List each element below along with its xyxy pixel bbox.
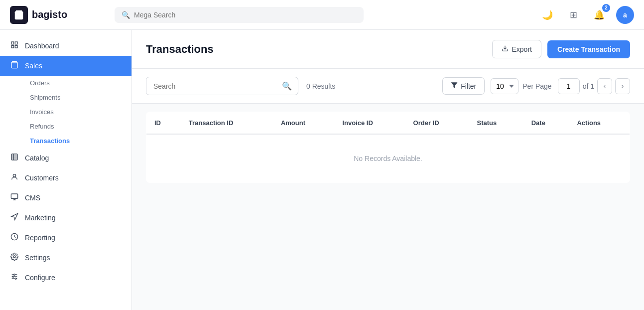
svg-point-18 <box>15 278 16 280</box>
sidebar-item-label: Customers <box>25 174 59 182</box>
sidebar-item-label: Marketing <box>25 214 55 222</box>
nav-actions: 🌙 ⊞ 🔔 2 a <box>538 6 634 24</box>
notification-area: 🔔 2 <box>590 6 608 24</box>
sidebar-item-label: CMS <box>25 194 40 202</box>
marketing-icon <box>10 213 19 223</box>
svg-rect-3 <box>11 45 14 48</box>
logo-icon <box>10 6 28 24</box>
sidebar-item-label: Dashboard <box>25 42 59 50</box>
svg-marker-26 <box>451 83 457 88</box>
configure-icon <box>10 273 19 283</box>
results-count: 0 Results <box>306 82 335 90</box>
table-body: No Records Available. <box>146 134 630 183</box>
prev-page-button[interactable]: ‹ <box>597 78 612 94</box>
search-submit-button[interactable]: 🔍 <box>276 77 298 95</box>
reporting-icon <box>10 233 19 243</box>
svg-point-10 <box>13 174 15 177</box>
user-avatar[interactable]: a <box>616 6 634 24</box>
sidebar-item-customers[interactable]: Customers <box>0 168 131 188</box>
customers-icon <box>10 173 19 183</box>
sidebar-item-configure[interactable]: Configure <box>0 268 131 288</box>
svg-rect-1 <box>11 42 14 44</box>
search-input[interactable] <box>146 78 276 94</box>
svg-rect-4 <box>15 45 17 48</box>
sidebar-item-label: Settings <box>25 254 50 262</box>
sales-submenu: Orders Shipments Invoices Refunds Transa… <box>0 76 131 148</box>
svg-point-15 <box>13 256 15 258</box>
dashboard-icon <box>10 41 19 51</box>
sidebar-sub-item-transactions[interactable]: Transactions <box>24 134 131 148</box>
svg-rect-2 <box>15 42 17 44</box>
mega-search-input[interactable] <box>134 11 357 19</box>
search-wrap[interactable]: 🔍 <box>146 77 298 95</box>
catalog-icon <box>10 153 19 163</box>
sidebar-item-catalog[interactable]: Catalog <box>0 148 131 168</box>
no-records-row: No Records Available. <box>146 134 630 183</box>
filter-icon <box>451 82 458 90</box>
col-status: Status <box>469 112 523 135</box>
pagination-wrap: of 1 ‹ › <box>558 78 630 94</box>
theme-toggle-button[interactable]: 🌙 <box>538 6 556 24</box>
layout: Dashboard Sales Orders Shipments Invoice… <box>0 30 644 310</box>
top-nav: bagisto 🔍 🌙 ⊞ 🔔 2 a <box>0 0 644 30</box>
col-date: Date <box>523 112 569 135</box>
current-page-input[interactable] <box>558 78 580 94</box>
moon-icon: 🌙 <box>542 9 553 20</box>
chevron-right-icon: › <box>622 82 624 90</box>
sidebar-item-cms[interactable]: CMS <box>0 188 131 208</box>
table-header: ID Transaction ID Amount Invoice ID Orde… <box>146 112 630 135</box>
search-icon: 🔍 <box>122 11 130 19</box>
per-page-wrap: 10 25 50 Per Page <box>491 78 551 94</box>
page-title: Transactions <box>146 43 214 56</box>
sidebar-item-label: Reporting <box>25 234 55 242</box>
svg-point-17 <box>14 274 15 276</box>
logo-area: bagisto <box>10 6 110 24</box>
main-content: Transactions Export Create Transaction 🔍 <box>132 30 644 310</box>
sales-icon <box>10 61 19 71</box>
table-header-row: ID Transaction ID Amount Invoice ID Orde… <box>146 112 630 135</box>
page-header: Transactions Export Create Transaction <box>132 30 644 69</box>
sidebar-item-dashboard[interactable]: Dashboard <box>0 36 131 56</box>
filter-label: Filter <box>461 82 476 90</box>
sidebar-item-label: Catalog <box>25 154 49 162</box>
transactions-table: ID Transaction ID Amount Invoice ID Orde… <box>146 112 630 183</box>
sidebar-item-label: Sales <box>25 62 42 70</box>
svg-point-16 <box>12 276 14 278</box>
sidebar-sub-item-orders[interactable]: Orders <box>24 76 131 90</box>
col-amount: Amount <box>273 112 334 135</box>
col-order-id: Order ID <box>405 112 469 135</box>
chevron-left-icon: ‹ <box>604 82 606 90</box>
no-records-message: No Records Available. <box>146 134 630 183</box>
sidebar-item-settings[interactable]: Settings <box>0 248 131 268</box>
next-page-button[interactable]: › <box>615 78 630 94</box>
mega-search-bar[interactable]: 🔍 <box>115 7 364 23</box>
layout-icon: ⊞ <box>570 9 577 20</box>
export-icon <box>502 45 509 53</box>
settings-icon <box>10 253 19 263</box>
app-name: bagisto <box>32 9 67 20</box>
create-transaction-button[interactable]: Create Transaction <box>547 40 630 58</box>
sidebar-item-sales[interactable]: Sales <box>0 56 131 76</box>
sidebar-sub-item-refunds[interactable]: Refunds <box>24 119 131 134</box>
layout-button[interactable]: ⊞ <box>564 6 582 24</box>
per-page-select[interactable]: 10 25 50 <box>491 78 518 94</box>
toolbar: 🔍 0 Results Filter 10 25 50 Per Page <box>132 69 644 104</box>
table-wrap: ID Transaction ID Amount Invoice ID Orde… <box>132 104 644 191</box>
svg-rect-11 <box>11 194 17 198</box>
sidebar-item-marketing[interactable]: Marketing <box>0 208 131 228</box>
filter-button[interactable]: Filter <box>442 77 485 95</box>
total-pages: of 1 <box>583 82 594 90</box>
col-id: ID <box>146 112 181 135</box>
svg-rect-6 <box>11 154 17 160</box>
sidebar-sub-item-shipments[interactable]: Shipments <box>24 90 131 105</box>
export-button[interactable]: Export <box>492 40 541 58</box>
sidebar-item-reporting[interactable]: Reporting <box>0 228 131 248</box>
col-actions: Actions <box>569 112 630 135</box>
notification-badge: 2 <box>602 4 610 12</box>
per-page-label: Per Page <box>522 82 551 90</box>
cms-icon <box>10 193 19 203</box>
sidebar: Dashboard Sales Orders Shipments Invoice… <box>0 30 132 310</box>
sidebar-sub-item-invoices[interactable]: Invoices <box>24 105 131 119</box>
search-icon: 🔍 <box>282 82 292 90</box>
sidebar-item-label: Configure <box>25 274 55 282</box>
